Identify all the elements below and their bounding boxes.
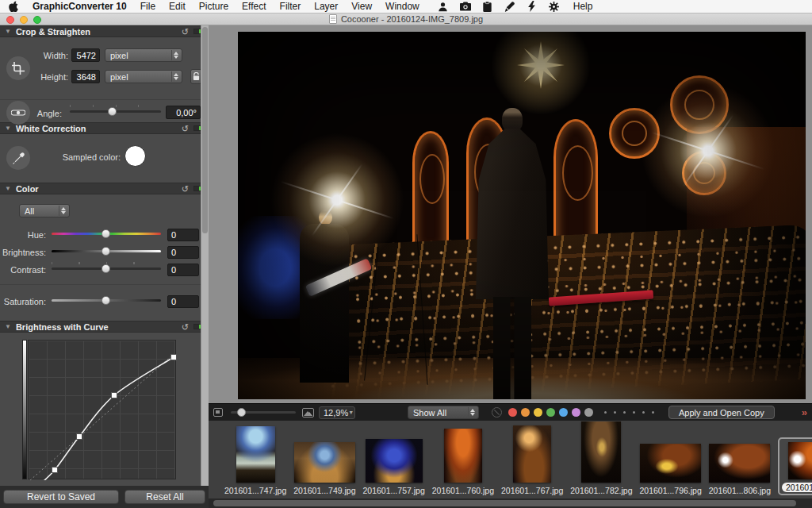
filmstrip-item[interactable]: 201601...767.jpg bbox=[501, 425, 563, 495]
zoom-in-image-icon[interactable] bbox=[302, 408, 314, 418]
panel-header-white-correction[interactable]: ▼ White Correction ↺ bbox=[0, 122, 209, 134]
zoom-out-image-icon[interactable] bbox=[213, 408, 223, 417]
panel-reset-icon[interactable]: ↺ bbox=[182, 125, 189, 133]
thumbnail[interactable] bbox=[513, 425, 551, 483]
menu-filter[interactable]: Filter bbox=[280, 1, 301, 12]
crop-tool-icon[interactable] bbox=[6, 56, 30, 80]
panel-header-color[interactable]: ▼ Color ↺ bbox=[0, 183, 209, 194]
brush-icon[interactable] bbox=[504, 2, 515, 12]
toolbar-overflow-chevron[interactable]: » bbox=[802, 406, 807, 418]
brightness-slider[interactable] bbox=[52, 247, 161, 256]
hue-field[interactable]: 0 bbox=[167, 229, 199, 241]
minimize-button[interactable] bbox=[20, 16, 28, 24]
filmstrip-item[interactable]: 201601...749.jpg bbox=[293, 442, 355, 495]
reset-all-button[interactable]: Reset All bbox=[124, 490, 205, 504]
scrollbar-thumb[interactable] bbox=[213, 500, 796, 506]
label-purple-dot[interactable] bbox=[572, 408, 580, 417]
panel-reset-icon[interactable]: ↺ bbox=[182, 185, 189, 193]
slider-knob[interactable] bbox=[102, 296, 110, 305]
camera-icon[interactable] bbox=[460, 2, 471, 12]
photo-concert-church[interactable] bbox=[238, 32, 806, 399]
disclosure-triangle-icon[interactable]: ▼ bbox=[5, 185, 11, 192]
height-field[interactable]: 3648 bbox=[71, 70, 100, 83]
rating-dot[interactable] bbox=[633, 411, 635, 414]
menu-file[interactable]: File bbox=[140, 1, 155, 12]
width-field[interactable]: 5472 bbox=[71, 48, 100, 62]
rating-dot[interactable] bbox=[642, 411, 645, 414]
thumbnail[interactable] bbox=[788, 442, 812, 479]
width-unit-select[interactable]: pixel bbox=[105, 48, 182, 62]
filmstrip-item[interactable]: 201601...796.jpg bbox=[640, 444, 702, 495]
disclosure-triangle-icon[interactable]: ▼ bbox=[5, 125, 11, 132]
panel-reset-icon[interactable]: ↺ bbox=[182, 323, 189, 331]
label-blue-dot[interactable] bbox=[559, 408, 568, 417]
slider-knob[interactable] bbox=[237, 408, 246, 417]
slider-knob[interactable] bbox=[108, 107, 117, 116]
angle-slider[interactable] bbox=[70, 107, 161, 116]
window-title-bar[interactable]: Cocooner - 20160124-IMG_7809.jpg bbox=[0, 13, 812, 25]
saturation-slider[interactable] bbox=[52, 296, 161, 305]
thumbnail[interactable] bbox=[236, 426, 275, 483]
menu-help[interactable]: Help bbox=[573, 1, 593, 12]
filmstrip-item[interactable]: 201601...757.jpg bbox=[363, 439, 425, 495]
panel-header-curve[interactable]: ▼ Brightness with Curve ↺ bbox=[0, 321, 209, 333]
brightness-field[interactable]: 0 bbox=[167, 246, 199, 259]
slider-knob[interactable] bbox=[102, 247, 110, 256]
filmstrip-item-selected[interactable]: 201601...809.jpg bbox=[778, 437, 812, 495]
label-orange-dot[interactable] bbox=[521, 408, 530, 417]
rating-dot[interactable] bbox=[652, 411, 654, 414]
thumbnail[interactable] bbox=[709, 444, 770, 483]
menu-layer[interactable]: Layer bbox=[314, 1, 338, 12]
disclosure-triangle-icon[interactable]: ▼ bbox=[5, 28, 11, 35]
eyedropper-icon[interactable] bbox=[6, 146, 30, 170]
gear-icon[interactable] bbox=[549, 2, 560, 12]
angle-field[interactable]: 0,00° bbox=[166, 106, 201, 119]
hue-slider[interactable] bbox=[52, 229, 161, 238]
slider-knob[interactable] bbox=[102, 229, 110, 238]
contrast-field[interactable]: 0 bbox=[167, 264, 199, 276]
saturation-field[interactable]: 0 bbox=[167, 295, 199, 308]
label-red-dot[interactable] bbox=[508, 408, 517, 417]
close-button[interactable] bbox=[6, 16, 14, 24]
lightning-icon[interactable] bbox=[527, 2, 538, 12]
filmstrip-item[interactable]: 201601...782.jpg bbox=[570, 421, 632, 495]
zoom-percent-select[interactable]: 12,9%▼ bbox=[319, 406, 355, 419]
rating-dot[interactable] bbox=[604, 411, 607, 414]
zoom-slider[interactable] bbox=[231, 408, 296, 417]
label-gray-dot[interactable] bbox=[584, 408, 593, 417]
label-green-dot[interactable] bbox=[546, 408, 555, 417]
menu-effect[interactable]: Effect bbox=[242, 1, 266, 12]
user-icon[interactable] bbox=[438, 2, 449, 12]
apple-menu-icon[interactable] bbox=[8, 2, 19, 12]
revert-to-saved-button[interactable]: Revert to Saved bbox=[3, 490, 119, 504]
apply-and-open-copy-button[interactable]: Apply and Open Copy bbox=[668, 406, 775, 419]
sampled-color-swatch[interactable] bbox=[124, 145, 146, 167]
thumbnail[interactable] bbox=[294, 442, 355, 483]
color-channel-select[interactable]: All bbox=[19, 204, 70, 217]
rating-dot[interactable] bbox=[623, 411, 626, 414]
label-yellow-dot[interactable] bbox=[534, 408, 542, 417]
menu-edit[interactable]: Edit bbox=[169, 1, 186, 12]
no-label-icon[interactable] bbox=[492, 407, 502, 418]
clipboard-icon[interactable] bbox=[482, 2, 493, 12]
contrast-slider[interactable] bbox=[52, 264, 161, 273]
panel-reset-icon[interactable]: ↺ bbox=[182, 28, 189, 36]
filmstrip-item[interactable]: 201601...747.jpg bbox=[224, 426, 286, 495]
zoom-window-button[interactable] bbox=[33, 16, 41, 24]
menu-app-name[interactable]: GraphicConverter 10 bbox=[33, 1, 127, 12]
height-unit-select[interactable]: pixel bbox=[105, 70, 182, 83]
rating-dot[interactable] bbox=[614, 411, 616, 414]
sidebar-scrollbar[interactable] bbox=[201, 25, 209, 486]
menu-picture[interactable]: Picture bbox=[199, 1, 228, 12]
show-filter-select[interactable]: Show All bbox=[408, 406, 479, 419]
filmstrip-item[interactable]: 201601...806.jpg bbox=[709, 444, 771, 495]
tone-curve-editor[interactable] bbox=[28, 340, 176, 479]
panel-header-crop[interactable]: ▼ Crop & Straighten ↺ bbox=[0, 25, 209, 37]
menu-view[interactable]: View bbox=[351, 1, 372, 12]
thumbnail[interactable] bbox=[581, 421, 621, 483]
thumbnail[interactable] bbox=[366, 439, 423, 483]
filmstrip-item[interactable]: 201601...760.jpg bbox=[432, 429, 494, 495]
slider-knob[interactable] bbox=[102, 264, 110, 273]
filmstrip-scrollbar[interactable] bbox=[209, 498, 812, 508]
disclosure-triangle-icon[interactable]: ▼ bbox=[5, 323, 11, 330]
